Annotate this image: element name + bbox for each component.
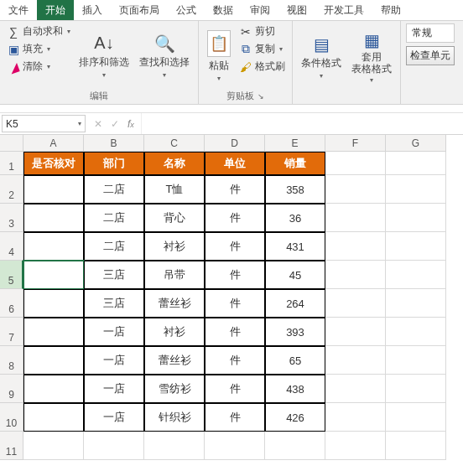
cell[interactable] [325,175,386,204]
fill-button[interactable]: ▣ 填充 ▾ [5,41,72,57]
cell[interactable] [23,375,84,403]
formula-input[interactable] [141,113,463,134]
cell[interactable]: 一店 [84,318,144,346]
cell[interactable] [386,375,446,403]
col-header-c[interactable]: C [144,135,205,152]
row-header[interactable]: 3 [0,204,23,232]
cell[interactable]: 二店 [84,232,144,261]
cell[interactable] [23,318,84,346]
cell[interactable]: 三店 [84,289,144,318]
cell[interactable] [23,261,84,289]
cell[interactable]: 件 [205,232,265,261]
cell[interactable] [23,432,84,460]
cell[interactable]: 蕾丝衫 [144,289,205,318]
cell[interactable]: 件 [205,375,265,403]
tab-review[interactable]: 审阅 [242,0,278,20]
cell[interactable] [386,289,446,318]
row-header[interactable]: 11 [0,432,23,460]
clear-button[interactable]: ◢ 清除 ▾ [5,59,72,75]
cell[interactable] [386,261,446,289]
cell[interactable] [23,289,84,318]
cell[interactable] [325,318,386,346]
sort-filter-button[interactable]: A↓ 排序和筛选 ▾ [75,23,133,88]
cell[interactable]: 件 [205,204,265,232]
cell[interactable] [325,152,386,175]
tab-page-layout[interactable]: 页面布局 [111,0,168,20]
cell[interactable]: 264 [265,289,325,318]
tab-help[interactable]: 帮助 [372,0,409,20]
cell[interactable] [386,204,446,232]
cell[interactable] [205,432,265,460]
cell[interactable] [386,232,446,261]
cell[interactable] [325,232,386,261]
cell[interactable] [386,175,446,204]
cell[interactable] [325,403,386,432]
cut-button[interactable]: ✂ 剪切 [237,23,287,39]
row-header[interactable]: 4 [0,232,23,261]
cell[interactable]: 393 [265,318,325,346]
cell[interactable] [386,432,446,460]
tab-view[interactable]: 视图 [278,0,315,20]
cell[interactable]: 36 [265,204,325,232]
cell[interactable]: 426 [265,403,325,432]
col-header-g[interactable]: G [386,135,446,152]
cell[interactable] [325,432,386,460]
number-format-dropdown[interactable]: 常规 [406,23,455,43]
cell[interactable]: 65 [265,346,325,375]
cell[interactable] [386,152,446,175]
cell[interactable]: 三店 [84,261,144,289]
cell[interactable]: 一店 [84,375,144,403]
cell[interactable]: 438 [265,375,325,403]
cell[interactable]: 件 [205,289,265,318]
check-cell-button[interactable]: 检查单元 [406,46,455,65]
col-header-d[interactable]: D [205,135,265,152]
spreadsheet-grid[interactable]: A B C D E F G 1 是否核对 部门 名称 单位 销量 2二店T恤件3… [0,135,463,460]
cell[interactable]: 件 [205,175,265,204]
cell[interactable]: 针织衫 [144,403,205,432]
find-select-button[interactable]: 🔍 查找和选择 ▾ [136,23,193,88]
tab-developer[interactable]: 开发工具 [315,0,372,20]
cell[interactable] [386,346,446,375]
fx-icon[interactable]: fx [127,118,134,130]
cell[interactable] [325,204,386,232]
cell[interactable] [23,232,84,261]
cell[interactable] [386,403,446,432]
row-header[interactable]: 2 [0,175,23,204]
tab-insert[interactable]: 插入 [74,0,111,20]
row-header[interactable]: 9 [0,375,23,403]
autosum-button[interactable]: ∑ 自动求和 ▾ [5,23,72,39]
cell[interactable] [23,403,84,432]
cancel-formula-icon[interactable]: ✕ [94,118,102,130]
tab-home[interactable]: 开始 [37,0,74,20]
cell[interactable] [265,432,325,460]
cell[interactable]: T恤 [144,175,205,204]
cell[interactable]: 一店 [84,346,144,375]
cell[interactable] [325,375,386,403]
cell[interactable] [23,346,84,375]
col-header-b[interactable]: B [84,135,144,152]
cell[interactable]: 吊带 [144,261,205,289]
col-header-a[interactable]: A [23,135,84,152]
table-header[interactable]: 部门 [84,152,144,175]
conditional-format-button[interactable]: ▤ 条件格式 ▾ [298,23,345,91]
cell[interactable] [23,204,84,232]
format-painter-button[interactable]: 🖌 格式刷 [237,59,287,75]
tab-file[interactable]: 文件 [0,0,37,20]
name-box[interactable]: K5 ▾ [2,115,86,132]
row-header[interactable]: 10 [0,403,23,432]
cell[interactable] [23,175,84,204]
col-header-e[interactable]: E [265,135,325,152]
cell[interactable]: 衬衫 [144,318,205,346]
cell[interactable]: 431 [265,232,325,261]
cell[interactable] [386,318,446,346]
row-header[interactable]: 5 [0,261,23,289]
paste-button[interactable]: 📋 粘贴 ▾ [204,23,234,88]
cell[interactable]: 358 [265,175,325,204]
col-header-f[interactable]: F [325,135,386,152]
table-header[interactable]: 是否核对 [23,152,84,175]
table-header[interactable]: 名称 [144,152,205,175]
accept-formula-icon[interactable]: ✓ [111,118,119,130]
cell[interactable]: 二店 [84,204,144,232]
cell[interactable] [325,289,386,318]
select-all-corner[interactable] [0,135,23,152]
